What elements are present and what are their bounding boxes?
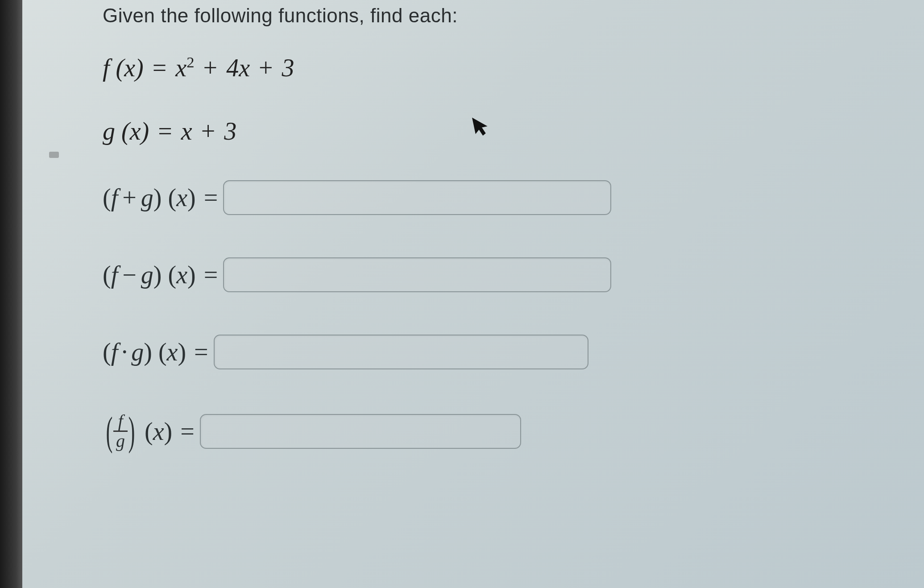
answer-input-quotient[interactable] [200, 414, 521, 449]
answer-input-difference[interactable] [223, 257, 611, 292]
question-product-row: (f·g) (x) = [103, 335, 911, 369]
question-sum-row: (f+g) (x) = [103, 180, 911, 215]
label-f-dot-g: (f·g) (x) = [103, 338, 213, 366]
question-quotient-row: ( f g ) (x) = [103, 412, 911, 451]
label-f-over-g: ( f g ) (x) = [103, 412, 199, 451]
question-content: Given the following functions, find each… [103, 4, 911, 451]
question-diff-row: (f−g) (x) = [103, 257, 911, 292]
label-f-minus-g: (f−g) (x) = [103, 261, 222, 289]
answer-input-product[interactable] [214, 335, 588, 369]
label-f-plus-g: (f+g) (x) = [103, 183, 222, 212]
instruction-text: Given the following functions, find each… [103, 4, 911, 27]
definition-f: f (x) = x2 + 4x + 3 [103, 54, 911, 82]
photo-left-edge [0, 0, 22, 588]
answer-input-sum[interactable] [223, 180, 611, 215]
speck-artifact [49, 152, 59, 158]
definition-g: g (x) = x + 3 [103, 117, 911, 145]
